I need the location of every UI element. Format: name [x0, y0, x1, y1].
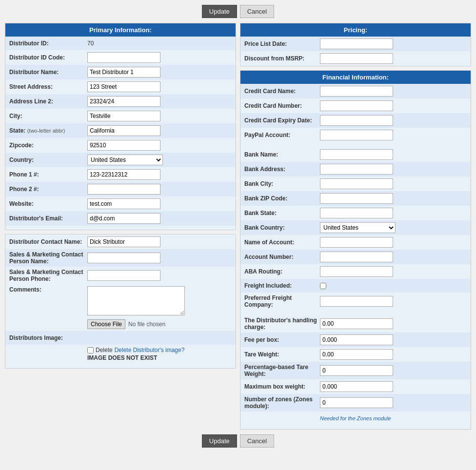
credit-card-number-input[interactable]: [320, 100, 393, 111]
aba-routing-row: ABA Routing:: [240, 264, 471, 279]
distributor-name-row: Distributor Name:: [5, 65, 236, 79]
state-note: (two-letter abbr): [27, 128, 65, 134]
email-input[interactable]: [87, 213, 160, 224]
fee-per-box-input[interactable]: [320, 334, 393, 345]
bank-name-input[interactable]: [320, 149, 393, 160]
max-box-weight-label: Maximum box weight:: [244, 383, 320, 390]
pct-tare-input[interactable]: [320, 365, 393, 376]
bank-state-input[interactable]: [320, 208, 393, 218]
primary-info-header: Primary Information:: [5, 23, 236, 37]
city-input[interactable]: [87, 111, 160, 121]
top-cancel-button[interactable]: Cancel: [240, 5, 274, 18]
contact-section: Distributor Contact Name: Sales & Market…: [5, 234, 236, 369]
account-name-input[interactable]: [320, 237, 393, 248]
top-buttons-bar: Update Cancel: [5, 5, 471, 18]
discount-msrp-label: Discount from MSRP:: [244, 55, 320, 62]
sales-contact-name-row: Sales & Marketing Contact Person Name:: [5, 249, 236, 267]
distributor-id-row: Distributor ID: 70: [5, 37, 236, 50]
freight-included-label: Freight Included:: [244, 282, 320, 289]
delete-image-checkbox[interactable]: [87, 347, 94, 353]
phone2-row: Phone 2 #:: [5, 182, 236, 196]
bank-address-input[interactable]: [320, 164, 393, 175]
phone2-input[interactable]: [87, 184, 160, 195]
top-update-button[interactable]: Update: [202, 5, 237, 18]
handling-charge-input[interactable]: [320, 318, 393, 329]
zones-label: Number of zones (Zones module):: [244, 396, 320, 410]
sales-contact-name-input[interactable]: [87, 253, 160, 263]
paypal-label: PayPal Account:: [244, 132, 320, 138]
state-input[interactable]: [87, 125, 160, 136]
financial-section: Financial Information: Credit Card Name:…: [240, 70, 471, 430]
zipcode-input[interactable]: [87, 140, 160, 151]
file-name-label: No file chosen: [128, 321, 165, 328]
image-subsection: Delete Delete Distributor's image? IMAGE…: [5, 345, 236, 363]
contact-name-input[interactable]: [87, 236, 160, 247]
bank-country-row: Bank Country: United States Canada Mexic…: [240, 220, 471, 235]
bank-state-row: Bank State:: [240, 206, 471, 220]
phone1-input[interactable]: [87, 169, 160, 180]
distributor-id-value: 70: [87, 40, 94, 47]
delete-image-label: Delete: [96, 347, 113, 353]
max-box-weight-row: Maximum box weight:: [240, 379, 471, 394]
price-list-date-label: Price List Date:: [244, 40, 320, 47]
account-number-label: Account Number:: [244, 254, 320, 260]
delete-image-row: Delete Delete Distributor's image?: [87, 347, 232, 353]
freight-included-row: Freight Included:: [240, 279, 471, 293]
sales-contact-name-label: Sales & Marketing Contact Person Name:: [9, 251, 87, 265]
sales-contact-phone-input[interactable]: [87, 270, 160, 281]
distributor-name-input[interactable]: [87, 67, 160, 78]
address-line2-input[interactable]: [87, 96, 160, 107]
zones-input[interactable]: [320, 397, 393, 408]
tare-weight-input[interactable]: [320, 349, 393, 360]
country-select[interactable]: United States Canada Mexico United Kingd…: [87, 155, 163, 165]
zones-note-text: Needed for the Zones module: [320, 415, 391, 421]
pricing-section: Pricing: Price List Date: Discount from …: [240, 23, 471, 66]
credit-card-expiry-input[interactable]: [320, 115, 393, 126]
discount-msrp-row: Discount from MSRP:: [240, 51, 471, 66]
bank-city-input[interactable]: [320, 178, 393, 189]
fee-per-box-row: Fee per box:: [240, 333, 471, 347]
fee-per-box-label: Fee per box:: [244, 336, 320, 343]
handling-charge-label: The Distributor's handling charge:: [244, 317, 320, 331]
max-box-weight-input[interactable]: [320, 381, 393, 392]
preferred-freight-row: Preferred Freight Company:: [240, 293, 471, 310]
credit-card-expiry-row: Credit Card Expiry Date:: [240, 113, 471, 128]
paypal-input[interactable]: [320, 130, 393, 140]
aba-routing-label: ABA Routing:: [244, 268, 320, 275]
distributors-image-label: Distributors Image:: [9, 334, 87, 341]
country-label: Country:: [9, 157, 87, 163]
handling-charge-row: The Distributor's handling charge:: [240, 315, 471, 333]
contact-name-row: Distributor Contact Name:: [5, 235, 236, 249]
freight-included-checkbox[interactable]: [320, 283, 326, 289]
contact-name-label: Distributor Contact Name:: [9, 238, 87, 245]
email-label: Distributor's Email:: [9, 215, 87, 222]
aba-routing-input[interactable]: [320, 266, 393, 277]
zipcode-row: Zipcode:: [5, 138, 236, 153]
bank-zip-input[interactable]: [320, 193, 393, 204]
bank-country-label: Bank Country:: [244, 224, 320, 231]
account-name-label: Name of Account:: [244, 239, 320, 246]
account-number-row: Account Number:: [240, 250, 471, 264]
phone2-label: Phone 2 #:: [9, 186, 87, 193]
bank-name-label: Bank Name:: [244, 151, 320, 158]
discount-msrp-input[interactable]: [320, 53, 393, 64]
bank-country-select[interactable]: United States Canada Mexico United Kingd…: [320, 222, 396, 233]
price-list-date-input[interactable]: [320, 39, 393, 49]
website-input[interactable]: [87, 198, 160, 209]
distributor-id-code-input[interactable]: [87, 52, 160, 63]
bottom-cancel-button[interactable]: Cancel: [240, 434, 274, 448]
phone1-row: Phone 1 #:: [5, 167, 236, 182]
credit-card-name-input[interactable]: [320, 86, 393, 97]
account-number-input[interactable]: [320, 252, 393, 262]
website-row: Website:: [5, 196, 236, 211]
comments-textarea[interactable]: [87, 286, 185, 315]
file-upload-row: Choose File No file chosen: [5, 317, 236, 331]
bank-address-label: Bank Address:: [244, 166, 320, 173]
bottom-update-button[interactable]: Update: [202, 434, 237, 448]
street-address-input[interactable]: [87, 81, 160, 92]
choose-file-button[interactable]: Choose File: [87, 319, 125, 329]
delete-image-link[interactable]: Delete Distributor's image?: [115, 347, 185, 353]
preferred-freight-input[interactable]: [320, 296, 393, 307]
credit-card-number-row: Credit Card Number:: [240, 98, 471, 113]
paypal-row: PayPal Account:: [240, 128, 471, 142]
